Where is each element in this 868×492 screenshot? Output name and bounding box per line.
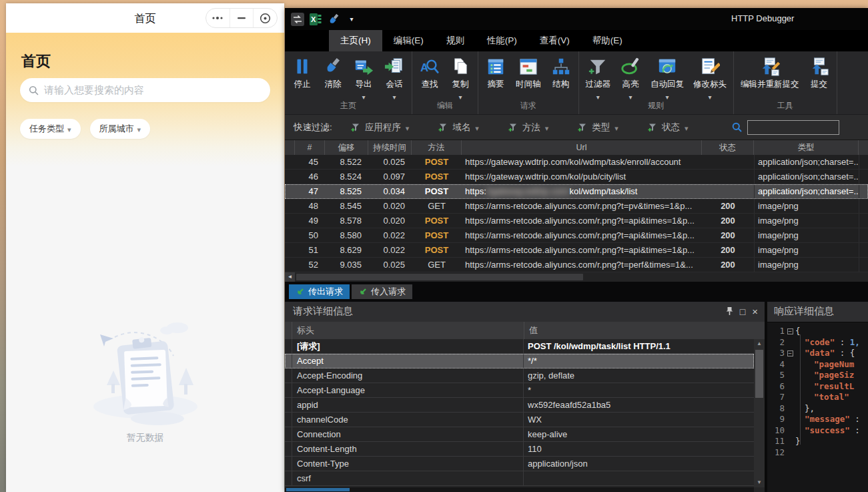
request-row[interactable]: 47 8.525 0.034 POST https://gateway.wdtr… xyxy=(285,184,868,199)
capture-toggle-button[interactable] xyxy=(291,13,304,26)
column-header[interactable]: Url xyxy=(462,140,702,155)
maximize-panel-icon[interactable] xyxy=(740,307,745,317)
filter-dropdown[interactable]: 类型 xyxy=(578,121,618,134)
method-cell: POST xyxy=(412,243,462,257)
fold-toggle-icon[interactable] xyxy=(787,449,793,455)
column-header[interactable]: 状态 xyxy=(702,140,754,155)
header-row[interactable]: channelCode WX xyxy=(285,413,754,427)
fold-toggle-icon[interactable]: − xyxy=(787,328,793,334)
auto-respond-icon xyxy=(657,57,677,77)
fold-toggle-icon[interactable]: − xyxy=(787,350,793,356)
detail-vertical-scrollbar[interactable] xyxy=(754,339,765,487)
clear-quick-button[interactable] xyxy=(327,13,340,26)
header-row[interactable]: appid wx592feaafd52a1ba5 xyxy=(285,398,754,413)
column-header[interactable]: 持续时间 xyxy=(368,140,412,155)
ribbon-tab[interactable]: 主页(H) xyxy=(329,30,382,51)
filter-dropdown[interactable]: 方法 xyxy=(508,121,549,134)
fold-toggle-icon[interactable] xyxy=(787,427,793,433)
pin-icon[interactable] xyxy=(726,306,733,318)
filter-dropdown[interactable]: 状态 xyxy=(648,121,689,134)
structure-button[interactable]: 结构 xyxy=(546,54,576,98)
scrollbar-thumb[interactable] xyxy=(286,488,350,491)
header-row[interactable]: Accept-Language * xyxy=(285,383,754,398)
header-row[interactable]: Connection keep-alive xyxy=(285,427,754,442)
request-row[interactable]: 49 8.578 0.020 POST https://arms-retcode… xyxy=(285,214,868,228)
search-input[interactable]: 请输入想要搜索的内容 xyxy=(20,78,270,102)
clear-button[interactable]: 清除 xyxy=(318,54,348,98)
fold-toggle-icon[interactable] xyxy=(787,439,793,445)
export-button[interactable]: 导出 xyxy=(349,54,378,98)
scrollbar-thumb[interactable] xyxy=(296,274,583,280)
scroll-up-arrow[interactable] xyxy=(754,339,765,348)
response-body-viewer[interactable]: 1 − { 2 "code" : 1, 3 − xyxy=(767,322,868,492)
value-column[interactable]: 值 xyxy=(524,322,765,339)
header-name: [请求] xyxy=(292,339,524,353)
quick-access-dropdown[interactable] xyxy=(345,13,358,26)
column-header[interactable]: 方法 xyxy=(412,140,462,155)
request-row[interactable]: 45 8.522 0.025 POST https://gateway.wdtr… xyxy=(285,155,868,170)
fold-toggle-icon[interactable] xyxy=(787,395,793,401)
header-row[interactable]: Accept-Encoding gzip, deflate xyxy=(285,368,754,383)
response-detail-panel: 响应详细信息 1 − { 2 xyxy=(767,302,868,492)
request-row[interactable]: 51 8.629 0.022 POST https://arms-retcode… xyxy=(285,243,868,258)
header-row[interactable]: csrf xyxy=(285,471,754,486)
find-button[interactable]: A 查找 xyxy=(415,54,444,98)
header-column[interactable]: 标头 xyxy=(292,322,524,339)
stop-button[interactable]: 停止 xyxy=(288,54,317,98)
request-row[interactable]: 50 8.580 0.022 POST https://arms-retcode… xyxy=(285,228,868,243)
request-row[interactable]: 46 8.524 0.097 POST https://gateway.wdtr… xyxy=(285,170,868,184)
edit-resubmit-button[interactable]: 编辑并重新提交 xyxy=(737,54,803,98)
filter-chip[interactable]: 任务类型 xyxy=(20,119,81,139)
submit-button[interactable]: 提交 xyxy=(805,54,834,98)
column-header[interactable]: # xyxy=(295,140,325,155)
svg-text:X: X xyxy=(311,15,316,23)
column-header[interactable]: 偏移 xyxy=(325,140,368,155)
fold-toggle-icon[interactable] xyxy=(787,417,793,423)
request-row[interactable]: 52 9.035 0.025 GET https://arms-retcode.… xyxy=(285,258,868,272)
fold-toggle-icon[interactable] xyxy=(787,339,793,345)
more-button[interactable] xyxy=(206,9,230,27)
ribbon-tab[interactable]: 规则 xyxy=(435,30,476,51)
funnel-icon xyxy=(438,123,448,132)
ribbon-tab[interactable]: 帮助(E) xyxy=(581,30,634,51)
ribbon-tab[interactable]: 性能(P) xyxy=(476,30,528,51)
header-row[interactable]: Accept */* xyxy=(285,354,754,368)
modify-headers-button[interactable]: 修改标头 xyxy=(689,54,731,98)
highlight-button[interactable]: 高亮 xyxy=(616,54,645,98)
scrollbar-thumb[interactable] xyxy=(755,350,763,398)
request-row[interactable]: 48 8.545 0.020 GET https://arms-retcode.… xyxy=(285,199,868,214)
filter-dropdown[interactable]: 应用程序 xyxy=(351,121,410,134)
copy-button[interactable]: 复制 xyxy=(446,54,475,98)
column-header[interactable]: 类型 xyxy=(754,140,859,155)
line-number: 6 xyxy=(767,381,785,393)
fold-toggle-icon[interactable] xyxy=(787,405,793,411)
auto-respond-button[interactable]: 自动回复 xyxy=(646,54,688,98)
filter-button[interactable]: 过滤器 xyxy=(582,54,615,98)
fold-toggle-icon[interactable] xyxy=(787,383,793,389)
session-button[interactable]: 会话 xyxy=(380,54,409,98)
header-row[interactable]: Content-Type application/json xyxy=(285,457,754,471)
fold-toggle-icon[interactable] xyxy=(787,361,793,367)
close-capsule-button[interactable] xyxy=(253,9,277,27)
scroll-down-arrow[interactable] xyxy=(754,478,765,487)
table-horizontal-scrollbar[interactable] xyxy=(285,272,868,282)
fold-toggle-icon[interactable] xyxy=(787,373,793,379)
ribbon-tab[interactable]: 编辑(E) xyxy=(382,30,435,51)
search-icon xyxy=(29,85,39,95)
ribbon-tab[interactable]: 查看(V) xyxy=(528,30,581,51)
header-row[interactable]: [请求] POST /kol/wdmp/task/list HTTP/1.1 xyxy=(285,339,754,354)
timeline-button[interactable]: 时间轴 xyxy=(512,54,545,98)
header-row[interactable]: Content-Length 110 xyxy=(285,442,754,457)
detail-horizontal-scrollbar[interactable] xyxy=(285,487,754,492)
traffic-tab[interactable]: 传出请求 xyxy=(289,284,350,299)
summary-button[interactable]: 摘要 xyxy=(481,54,510,98)
scroll-left-arrow[interactable] xyxy=(285,272,295,282)
filter-chip[interactable]: 所属城市 xyxy=(90,119,151,139)
close-panel-icon[interactable] xyxy=(752,307,758,317)
header-name: Content-Length xyxy=(292,442,524,456)
filter-dropdown[interactable]: 域名 xyxy=(438,121,479,134)
minimize-button[interactable] xyxy=(230,9,254,27)
export-excel-button[interactable]: X xyxy=(309,13,322,26)
traffic-tab[interactable]: 传入请求 xyxy=(352,284,412,299)
search-input[interactable] xyxy=(747,120,839,135)
